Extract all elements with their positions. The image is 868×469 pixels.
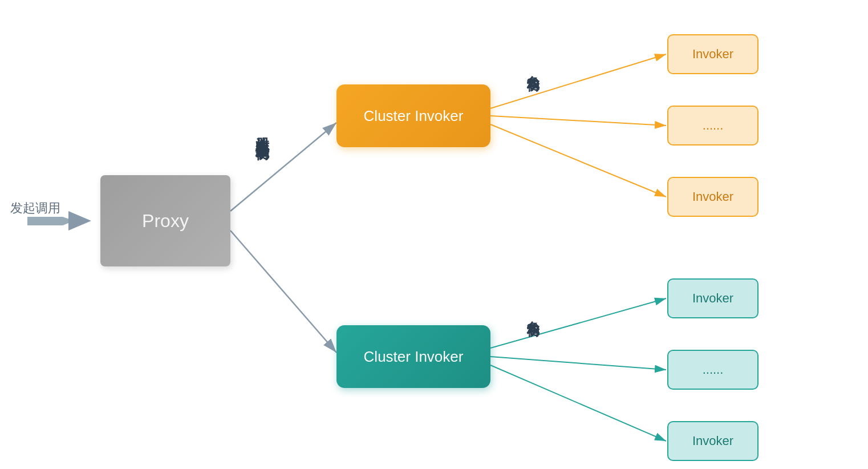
- fuzai-orange-label: 负载均衡: [525, 66, 541, 70]
- arrow-teal-to-invoker1: [490, 298, 666, 348]
- faqi-diaoyong-label: 发起调用: [10, 200, 60, 217]
- cluster-invoker-teal: Cluster Invoker: [336, 325, 490, 388]
- arrow-orange-to-invoker2: [490, 116, 666, 126]
- arrow-orange-to-invoker3: [490, 124, 666, 197]
- diagram-container: 发起调用 Proxy 注册中心集群负载均衡 Cluster Invoker Cl…: [0, 0, 868, 469]
- cluster-invoker-teal-label: Cluster Invoker: [364, 348, 464, 366]
- arrow-proxy-to-orange: [230, 123, 336, 211]
- invoker-orange-2: ......: [667, 106, 759, 145]
- arrow-teal-to-invoker2: [490, 357, 666, 370]
- zhuce-label: 注册中心集群负载均衡: [254, 126, 271, 365]
- cluster-invoker-orange: Cluster Invoker: [336, 84, 490, 147]
- cluster-invoker-orange-label: Cluster Invoker: [364, 107, 464, 125]
- arrow-orange-to-invoker1: [490, 54, 666, 108]
- entry-arrow-shape: [27, 217, 74, 225]
- invoker-teal-3: Invoker: [667, 421, 759, 461]
- invoker-teal-2: ......: [667, 350, 759, 390]
- proxy-label: Proxy: [142, 211, 189, 232]
- arrow-proxy-to-teal: [230, 231, 336, 353]
- invoker-orange-1: Invoker: [667, 34, 759, 74]
- proxy-box: Proxy: [100, 175, 230, 266]
- fuzai-teal-label: 负载均衡: [525, 311, 541, 316]
- arrow-teal-to-invoker3: [490, 365, 666, 441]
- invoker-teal-1: Invoker: [667, 278, 759, 318]
- entry-arrow-tip: [68, 211, 91, 231]
- invoker-orange-3: Invoker: [667, 177, 759, 217]
